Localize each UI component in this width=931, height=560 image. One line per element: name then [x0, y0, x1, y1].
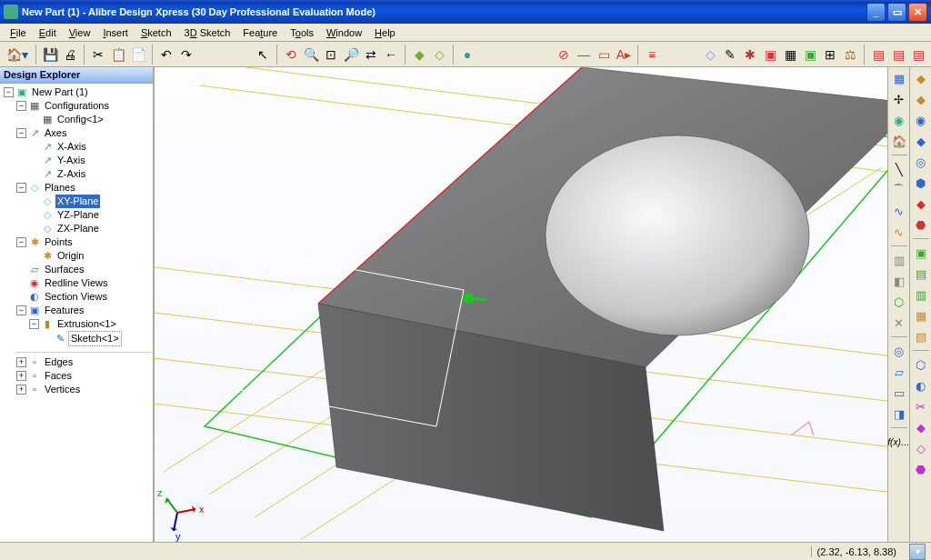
tree-sketch1[interactable]: Sketch<1>: [68, 331, 122, 346]
tree-edges[interactable]: Edges: [43, 355, 75, 369]
rt2-1[interactable]: ◆: [912, 69, 930, 87]
annot2-button[interactable]: —: [575, 45, 593, 64]
menu-file[interactable]: File: [4, 25, 33, 40]
menu-sketch[interactable]: Sketch: [135, 25, 178, 40]
rt2-8[interactable]: ⬣: [912, 215, 930, 234]
tree-toggle[interactable]: −: [29, 319, 39, 329]
misc5-button[interactable]: ▦: [781, 45, 799, 64]
select-button[interactable]: ↖: [254, 45, 272, 64]
shade2-button[interactable]: ◇: [430, 45, 448, 64]
menu-help[interactable]: Help: [368, 25, 402, 40]
annot5-button[interactable]: ≡: [643, 45, 661, 64]
tree-surfaces[interactable]: Surfaces: [43, 263, 85, 276]
rt2-14[interactable]: ⬡: [912, 355, 930, 374]
rt1-5[interactable]: ╲: [890, 160, 908, 178]
tree-toggle[interactable]: −: [16, 237, 26, 247]
rt1-9[interactable]: ▥: [890, 251, 908, 269]
zoom-in-button[interactable]: 🔎: [342, 45, 360, 64]
maximize-button[interactable]: ▭: [887, 3, 906, 22]
tree-toggle[interactable]: −: [4, 87, 14, 97]
shade1-button[interactable]: ◆: [410, 45, 428, 64]
rt1-12[interactable]: ✕: [890, 314, 908, 332]
menu-edit[interactable]: Edit: [33, 25, 63, 40]
render-button[interactable]: ●: [458, 45, 476, 64]
undo-button[interactable]: ↶: [157, 45, 175, 64]
menu-feature[interactable]: Feature: [236, 25, 284, 40]
rt2-2[interactable]: ◆: [912, 90, 930, 108]
rt2-4[interactable]: ◆: [912, 132, 930, 150]
pdf3-button[interactable]: ▤: [909, 45, 927, 64]
menu-tools[interactable]: Tools: [284, 25, 320, 40]
rt2-6[interactable]: ⬢: [912, 174, 930, 192]
tree-axes[interactable]: Axes: [43, 126, 68, 140]
menu-3dsketch[interactable]: 3D Sketch: [178, 25, 237, 40]
rt1-11[interactable]: ⬡: [890, 293, 908, 311]
cut-button[interactable]: ✂: [89, 45, 107, 64]
rt1-15[interactable]: ▭: [890, 384, 908, 402]
annot3-button[interactable]: ▭: [595, 45, 613, 64]
menu-view[interactable]: View: [63, 25, 97, 40]
misc1-button[interactable]: ◇: [701, 45, 719, 64]
rt2-7[interactable]: ◆: [912, 195, 930, 213]
close-button[interactable]: ✕: [908, 3, 927, 22]
tree-xyplane[interactable]: XY-Plane: [55, 195, 100, 208]
rt1-16[interactable]: ◨: [890, 405, 908, 423]
redo-button[interactable]: ↷: [177, 45, 195, 64]
tree-toggle[interactable]: −: [16, 183, 26, 193]
tree-toggle[interactable]: +: [16, 357, 26, 367]
rt2-19[interactable]: ⬣: [912, 460, 930, 478]
tree-zxplane[interactable]: ZX-Plane: [55, 222, 101, 235]
tree-configurations[interactable]: Configurations: [43, 99, 111, 113]
print-button[interactable]: 🖨: [61, 45, 79, 64]
save-button[interactable]: 💾: [41, 45, 59, 64]
tree-root[interactable]: New Part (1): [30, 85, 90, 99]
rt1-4[interactable]: 🏠: [890, 132, 908, 150]
misc2-button[interactable]: ✎: [721, 45, 739, 64]
misc3-button[interactable]: ✱: [741, 45, 759, 64]
home-dropdown-button[interactable]: 🏠▾: [4, 45, 31, 64]
rt2-17[interactable]: ◆: [912, 418, 930, 436]
minimize-button[interactable]: _: [866, 3, 886, 22]
tree-yaxis[interactable]: Y-Axis: [55, 154, 87, 167]
pdf2-button[interactable]: ▤: [889, 45, 907, 64]
misc4-button[interactable]: ▣: [761, 45, 779, 64]
rt2-3[interactable]: ◉: [912, 111, 930, 129]
tree-redline[interactable]: Redline Views: [43, 276, 110, 290]
rotate-button[interactable]: ⟲: [282, 45, 300, 64]
rt2-10[interactable]: ▤: [912, 265, 930, 283]
pdf1-button[interactable]: ▤: [869, 45, 887, 64]
tree-zaxis[interactable]: Z-Axis: [55, 167, 87, 181]
rt1-14[interactable]: ▱: [890, 363, 908, 381]
menu-window[interactable]: Window: [320, 25, 368, 40]
3d-viewport[interactable]: x y z: [155, 67, 887, 542]
rt2-13[interactable]: ▧: [912, 327, 930, 345]
tree-extrusion[interactable]: Extrusion<1>: [55, 317, 118, 331]
rt2-9[interactable]: ▣: [912, 244, 930, 262]
rt1-8[interactable]: ∿: [890, 223, 908, 241]
copy-button[interactable]: 📋: [109, 45, 127, 64]
zoom-window-button[interactable]: 🔍: [302, 45, 320, 64]
tree-section[interactable]: Section Views: [43, 290, 109, 304]
zoom-fit-button[interactable]: ⊡: [322, 45, 340, 64]
annot4-button[interactable]: A▸: [615, 45, 633, 64]
tree-points[interactable]: Points: [43, 235, 75, 249]
tree-vertices[interactable]: Vertices: [43, 383, 82, 396]
rt2-18[interactable]: ◇: [912, 439, 930, 457]
tree-toggle[interactable]: +: [16, 371, 26, 381]
rt2-5[interactable]: ◎: [912, 153, 930, 171]
misc6-button[interactable]: ▣: [801, 45, 819, 64]
tree-config1[interactable]: Config<1>: [55, 113, 105, 126]
tree-faces[interactable]: Faces: [43, 369, 74, 383]
prev-view-button[interactable]: ←: [382, 45, 400, 64]
paste-button[interactable]: 📄: [129, 45, 147, 64]
rt2-16[interactable]: ✂: [912, 397, 930, 415]
menu-insert[interactable]: Insert: [96, 25, 135, 40]
status-indicator[interactable]: ▾: [909, 544, 926, 560]
rt1-17[interactable]: f(x)…: [890, 433, 908, 451]
rt1-6[interactable]: ⌒: [890, 181, 908, 199]
rt1-13[interactable]: ◎: [890, 342, 908, 360]
pan-button[interactable]: ⇄: [362, 45, 380, 64]
rt2-11[interactable]: ▥: [912, 285, 930, 304]
rt1-7[interactable]: ∿: [890, 202, 908, 220]
rt1-2[interactable]: ✢: [890, 90, 908, 108]
